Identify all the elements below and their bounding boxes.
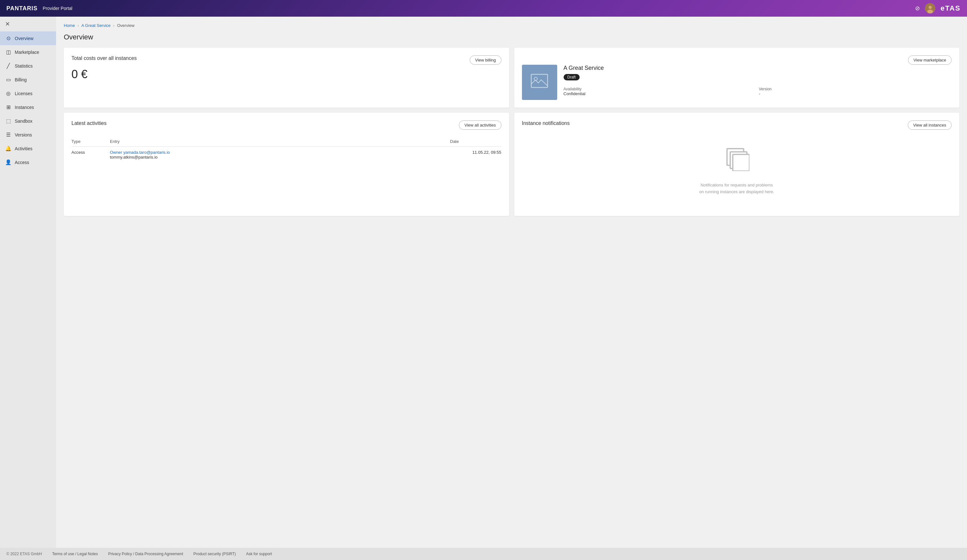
sidebar-item-statistics[interactable]: ╱ Statistics (0, 59, 56, 73)
view-marketplace-button[interactable]: View marketplace (908, 55, 952, 65)
activity-entry-owner[interactable]: Owner yamada.taro@pantaris.io (110, 150, 170, 155)
svg-rect-3 (531, 74, 548, 87)
activities-card-header: Latest activities View all activities (71, 120, 502, 133)
sidebar-label-marketplace: Marketplace (15, 49, 39, 55)
etas-logo: eTAS (941, 4, 960, 13)
billing-icon: ▭ (5, 77, 12, 82)
breadcrumb-sep-2: › (113, 23, 114, 28)
footer-link-privacy[interactable]: Privacy Policy / Data Processing Agreeme… (108, 552, 183, 556)
notifications-card-title: Instance notifications (522, 120, 570, 126)
activity-entry-sub: tommy.atkins@pantaris.io (110, 155, 158, 160)
sidebar-item-overview[interactable]: ⊙ Overview (0, 31, 56, 45)
col-header-type: Type (71, 137, 110, 147)
footer-copyright: © 2022 ETAS GmbH (7, 552, 42, 556)
marketplace-icon: ◫ (5, 49, 12, 55)
cards-grid: Total costs over all instances View bill… (64, 48, 959, 216)
sidebar-label-versions: Versions (15, 132, 32, 137)
notifications-card-header: Instance notifications View all instance… (522, 120, 952, 133)
sidebar-close-button[interactable]: ✕ (0, 16, 56, 31)
sidebar: ✕ ⊙ Overview ◫ Marketplace ╱ Statistics … (0, 16, 56, 548)
view-all-instances-button[interactable]: View all instances (908, 120, 952, 130)
breadcrumb-current: Overview (117, 23, 134, 28)
image-placeholder-icon (531, 74, 548, 91)
activities-card: Latest activities View all activities Ty… (64, 113, 509, 216)
sidebar-item-billing[interactable]: ▭ Billing (0, 73, 56, 87)
main-layout: ✕ ⊙ Overview ◫ Marketplace ╱ Statistics … (0, 16, 967, 548)
col-header-entry: Entry (110, 137, 450, 147)
availability-label: Availability Confidential (564, 87, 756, 96)
version-label: Version - (759, 87, 952, 96)
breadcrumb-home[interactable]: Home (64, 23, 75, 28)
service-info: A Great Service Draft Availability Confi… (564, 65, 952, 96)
sidebar-item-activities[interactable]: 🔔 Activities (0, 142, 56, 155)
statistics-icon: ╱ (5, 63, 12, 69)
activity-entry: Owner yamada.taro@pantaris.io tommy.atki… (110, 147, 450, 163)
service-card: View marketplace A Great Servi (514, 48, 960, 108)
sidebar-item-sandbox[interactable]: ⬚ Sandbox (0, 114, 56, 128)
service-image (522, 65, 557, 100)
settings-icon[interactable]: ⊘ (915, 5, 920, 12)
sidebar-label-access: Access (15, 160, 29, 165)
sidebar-label-billing: Billing (15, 77, 26, 82)
instances-icon: ⊞ (5, 104, 12, 110)
view-all-activities-button[interactable]: View all activities (459, 120, 501, 130)
cost-card-title: Total costs over all instances (71, 55, 137, 61)
cost-card: Total costs over all instances View bill… (64, 48, 509, 108)
sidebar-item-licenses[interactable]: ◎ Licenses (0, 87, 56, 100)
cost-amount: 0 € (71, 68, 502, 81)
header: PANTARIS Provider Portal ⊘ eTAS (0, 0, 967, 16)
sidebar-label-overview: Overview (15, 36, 33, 41)
access-icon: 👤 (5, 159, 12, 165)
service-card-header: View marketplace (522, 55, 952, 65)
cost-card-header: Total costs over all instances View bill… (71, 55, 502, 68)
view-billing-button[interactable]: View billing (470, 55, 502, 65)
sidebar-label-activities: Activities (15, 146, 32, 151)
footer-link-support[interactable]: Ask for support (246, 552, 272, 556)
activity-date: 11.05.22, 09:55 (450, 147, 502, 163)
svg-point-2 (927, 10, 933, 13)
sidebar-label-statistics: Statistics (15, 63, 33, 69)
draft-badge: Draft (564, 74, 579, 81)
sidebar-item-versions[interactable]: ☰ Versions (0, 128, 56, 142)
portal-title: Provider Portal (43, 6, 73, 11)
activities-card-title: Latest activities (71, 120, 106, 126)
footer: © 2022 ETAS GmbH Terms of use / Legal No… (0, 548, 967, 560)
sidebar-item-access[interactable]: 👤 Access (0, 155, 56, 169)
sidebar-label-instances: Instances (15, 105, 34, 110)
sidebar-item-instances[interactable]: ⊞ Instances (0, 100, 56, 114)
sandbox-icon: ⬚ (5, 118, 12, 124)
overview-icon: ⊙ (5, 35, 12, 41)
page-title: Overview (64, 33, 959, 41)
service-meta: Availability Confidential Version - (564, 87, 952, 96)
notifications-empty-state: Notifications for requests and problemso… (522, 133, 952, 208)
breadcrumb-service[interactable]: A Great Service (81, 23, 111, 28)
activities-table: Type Entry Date Access Owner yamada.taro… (71, 137, 502, 163)
activity-type: Access (71, 147, 110, 163)
notifications-empty-text: Notifications for requests and problemso… (699, 182, 774, 195)
svg-point-1 (929, 6, 932, 9)
sidebar-item-marketplace[interactable]: ◫ Marketplace (0, 45, 56, 59)
table-row: Access Owner yamada.taro@pantaris.io tom… (71, 147, 502, 163)
breadcrumb-sep-1: › (78, 23, 79, 28)
footer-link-terms[interactable]: Terms of use / Legal Notes (52, 552, 98, 556)
footer-link-security[interactable]: Product security (PSIRT) (193, 552, 236, 556)
breadcrumb: Home › A Great Service › Overview (64, 23, 959, 28)
sidebar-label-sandbox: Sandbox (15, 119, 32, 124)
svg-rect-7 (733, 155, 749, 171)
svg-point-4 (534, 77, 537, 81)
versions-icon: ☰ (5, 132, 12, 138)
activities-icon: 🔔 (5, 145, 12, 152)
header-left: PANTARIS Provider Portal (7, 5, 73, 12)
licenses-icon: ◎ (5, 91, 12, 96)
user-avatar[interactable] (925, 3, 935, 13)
brand-logo: PANTARIS (7, 5, 38, 12)
service-name: A Great Service (564, 65, 952, 71)
notifications-empty-icon (724, 145, 749, 176)
sidebar-label-licenses: Licenses (15, 91, 32, 96)
main-content: Home › A Great Service › Overview Overvi… (56, 16, 967, 548)
service-card-inner: A Great Service Draft Availability Confi… (522, 65, 952, 100)
notifications-card: Instance notifications View all instance… (514, 113, 960, 216)
col-header-date: Date (450, 137, 502, 147)
header-right: ⊘ eTAS (915, 3, 960, 13)
